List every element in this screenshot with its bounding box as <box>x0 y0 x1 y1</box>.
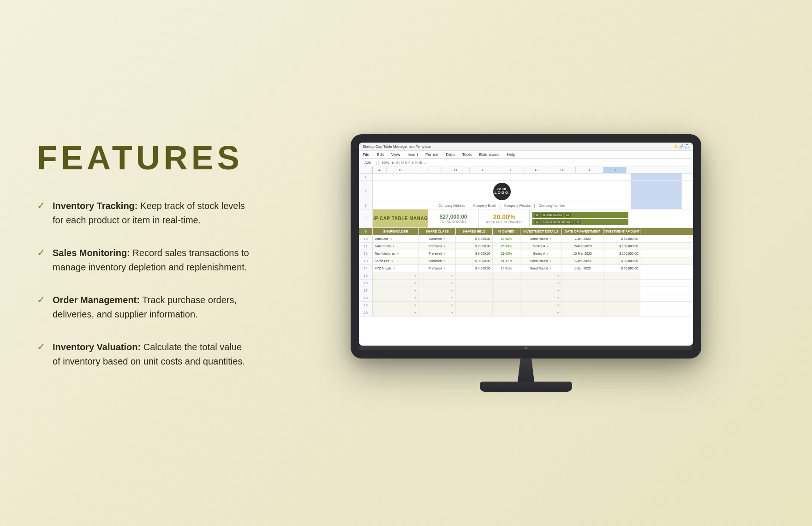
row-num-header <box>359 167 373 173</box>
feature-text-1: STARTUP CAP TABLE MANAGEMENT Inventory T… <box>53 199 249 227</box>
col-h-header: H <box>548 167 576 173</box>
menu-view[interactable]: View <box>391 152 400 157</box>
feature-item-3: ✓ Order Management: Track purchase order… <box>37 293 249 322</box>
feature-text-3: Order Management: Track purchase orders,… <box>53 293 249 322</box>
cell-date-5: 1-Jan-2023 <box>562 265 603 272</box>
col-d-header: D <box>442 167 470 173</box>
menu-tools[interactable]: Tools <box>462 152 472 157</box>
logo-logo: LOGO <box>495 191 509 195</box>
cell-name-4: Sarah Lee ▼ <box>373 257 419 264</box>
data-rows-container: 10 John Doe ▼ Common ▼ $ 5,000.00 18.52%… <box>359 235 693 272</box>
col-i-header: I <box>576 167 603 173</box>
feature-text-2: Sales Monitoring: Record sales transacti… <box>53 246 249 275</box>
sep2: | <box>500 204 501 207</box>
avg-owned-label: AVERAGE % OWNED <box>486 221 522 224</box>
empty-rows-container: 15 ▼ ▼ ▼ 16 ▼ ▼ ▼ <box>359 272 693 317</box>
avg-owned-cell: 20.00% AVERAGE % OWNED <box>479 209 530 227</box>
logo-cell: YOUR LOGO <box>373 181 631 202</box>
cell-pct-2: 25.93% <box>493 243 520 250</box>
empty-row-1: 15 ▼ ▼ ▼ <box>359 272 693 280</box>
cell-shares-5: $ 4,000.00 <box>456 265 493 272</box>
menu-extensions[interactable]: Extensions <box>479 152 499 157</box>
data-row-3: 12 Tech Ventures ▼ Preferred ▼ $ 8,000.0… <box>359 250 693 257</box>
filter-icon-1: ⊞ <box>535 213 540 217</box>
cell-amount-1: $ 50,000.00 <box>603 235 640 242</box>
ss-row-title-stats: 4 STARTUP CAP TABLE MANAGEMENT $27,000.0… <box>359 209 693 228</box>
data-row-1: 10 John Doe ▼ Common ▼ $ 5,000.00 18.52%… <box>359 235 693 243</box>
col-g-header: G <box>525 167 548 173</box>
th-share-class: SHARE CLASS <box>419 228 456 235</box>
cell-ref: A20 <box>363 161 373 165</box>
feature-item-2: ✓ Sales Monitoring: Record sales transac… <box>37 246 249 275</box>
menu-format[interactable]: Format <box>425 152 439 157</box>
sep3: | <box>534 204 535 207</box>
total-shares-cell: $27,000.00 TOTAL SHARES <box>428 209 479 227</box>
share-class-filter[interactable]: ⊞ SHARE CLASS All <box>532 212 628 218</box>
investment-details-filter[interactable]: ⊞ INVESTMENT DETAILS All <box>532 219 628 225</box>
check-icon-3: ✓ <box>37 294 45 306</box>
menu-help[interactable]: Help <box>507 152 515 157</box>
check-icon-1: ✓ <box>37 200 45 212</box>
cell-name-3: Tech Ventures ▼ <box>373 250 419 257</box>
total-shares-value: $27,000.00 <box>439 214 467 220</box>
data-row-2: 11 Jane Smith ▼ Preferred ▼ $ 7,000.00 2… <box>359 243 693 250</box>
col-a-header: A <box>373 167 387 173</box>
col-b-header: B <box>387 167 414 173</box>
avg-owned-value: 20.00% <box>493 213 515 221</box>
cell-pct-4: 11.11% <box>493 257 520 264</box>
cell-details-5: Seed Round ▼ <box>520 265 562 272</box>
empty-row-6: 20 ▼ ▼ ▼ <box>359 309 693 317</box>
filter-val-2: All <box>575 221 581 224</box>
cell-amount-2: $ 100,000.00 <box>603 243 640 250</box>
ss-row-company-info: 3 Company Address | Company Email | Comp… <box>359 202 693 209</box>
cell-shareclass-4: Common ▼ <box>419 257 456 264</box>
empty-row-2: 16 ▼ ▼ ▼ <box>359 280 693 287</box>
filter-area: ⊞ SHARE CLASS All ⊞ INVESTMENT DETAILS A… <box>531 211 629 226</box>
cell-details-1: Seed Round ▼ <box>520 235 562 242</box>
rownum-2: 2 <box>359 181 373 202</box>
cell-amount-3: $ 150,000.00 <box>603 250 640 257</box>
cell-name-2: Jane Smith ▼ <box>373 243 419 250</box>
spreadsheet-chrome: Startup Cap Table Management Template ⭐ … <box>359 143 693 151</box>
monitor-section: Startup Cap Table Management Template ⭐ … <box>277 134 775 392</box>
menu-file[interactable]: File <box>363 152 370 157</box>
cell-shares-1: $ 5,000.00 <box>456 235 493 242</box>
check-icon-4: ✓ <box>37 341 45 353</box>
rownum-data-4: 13 <box>359 257 373 264</box>
check-icon-2: ✓ <box>37 247 45 259</box>
spreadsheet-body: A B C D E F G H I J <box>359 167 693 317</box>
feature-item-4: ✓ Inventory Valuation: Calculate the tot… <box>37 340 249 369</box>
menu-data[interactable]: Data <box>446 152 454 157</box>
zoom-level: 90% <box>382 161 389 165</box>
cell-details-4: Seed Round ▼ <box>520 257 562 264</box>
cell-date-4: 1-Jan-2023 <box>562 257 603 264</box>
file-title: Startup Cap Table Management Template <box>363 144 430 149</box>
data-row-4: 13 Sarah Lee ▼ Common ▼ $ 3,000.00 11.11… <box>359 257 693 265</box>
empty-row-4: 18 ▼ ▼ ▼ <box>359 294 693 302</box>
cell-shares-2: $ 7,000.00 <box>456 243 493 250</box>
filter-val-1: All <box>565 213 571 217</box>
cell-details-3: Series A ▼ <box>520 250 562 257</box>
th-investment-amount: INVESTMENT AMOUNT <box>603 228 640 235</box>
logo-circle: YOUR LOGO <box>493 183 511 200</box>
monitor-stand <box>351 359 701 392</box>
menu-bar[interactable]: File Edit View Insert Format Data Tools … <box>359 151 693 159</box>
company-info-cell: Company Address | Company Email | Compan… <box>373 202 631 209</box>
monitor-wrapper: Startup Cap Table Management Template ⭐ … <box>351 134 701 392</box>
filter-icon-2: ⊞ <box>535 220 540 224</box>
th-investment-details: INVESTMENT DETAILS <box>520 228 562 235</box>
menu-edit[interactable]: Edit <box>377 152 384 157</box>
toolbar-icons: ▶ B I U S ≡ $ % ⊞ ... <box>392 161 426 165</box>
stand-base <box>480 382 572 392</box>
empty-row-5: 19 ▼ ▼ ▼ <box>359 302 693 309</box>
spreadsheet-title-cell: STARTUP CAP TABLE MANAGEMENT <box>373 209 428 227</box>
monitor-dot <box>524 347 528 349</box>
cell-amount-4: $ 30,000.00 <box>603 257 640 264</box>
filter-label-2: INVESTMENT DETAILS <box>541 221 574 224</box>
cell-name-5: XYZ Angels ▼ <box>373 265 419 272</box>
menu-insert[interactable]: Insert <box>407 152 418 157</box>
col-e-header: E <box>470 167 497 173</box>
features-title: FEATURES <box>37 139 249 177</box>
rownum-1: 1 <box>359 173 373 180</box>
monitor-frame: Startup Cap Table Management Template ⭐ … <box>351 134 701 359</box>
